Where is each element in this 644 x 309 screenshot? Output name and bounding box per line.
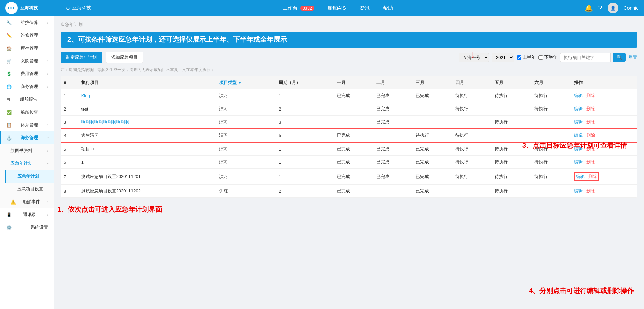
avatar: 👤 <box>608 3 618 13</box>
nav-workbench[interactable]: 工作台 3332 <box>283 5 314 11</box>
cell-period: 1 <box>276 156 334 169</box>
breadcrumb-current: 应急年计划 <box>61 22 83 28</box>
second-half-checkbox-label[interactable]: 下半年 <box>538 54 557 60</box>
cell-id: 2 <box>61 102 79 116</box>
cell-name[interactable]: 项目++ <box>79 142 217 156</box>
sidebar-item-annual-plan[interactable]: 应急年计划 <box>5 170 54 183</box>
sidebar-item-emergency-plan[interactable]: 应急年计划 › <box>0 157 54 170</box>
sidebar-item-ship-report[interactable]: ⊞ 船舶报告 › <box>0 93 54 106</box>
purchase-icon: 🛒 <box>6 59 12 64</box>
delete-button[interactable]: 删除 <box>586 188 595 193</box>
cell-jun: 待执行 <box>532 102 571 116</box>
delete-button[interactable]: 删除 <box>586 133 595 138</box>
delete-button[interactable]: 删除 <box>586 159 595 164</box>
sidebar-item-business[interactable]: 🌐 商务管理 › <box>0 80 54 93</box>
sidebar-item-charts[interactable]: 航图书资料 › <box>0 144 54 157</box>
edit-button[interactable]: 编辑 <box>574 93 583 98</box>
main-content: 应急年计划 2、可按条件筛选应急年计划，还可选择仅展示上半年、下半年或全年展示 … <box>54 16 644 309</box>
cell-period: 1 <box>276 89 334 102</box>
cell-apr: 待执行 <box>452 89 492 102</box>
sidebar-item-system-settings[interactable]: ⚙️ 系统设置 <box>0 221 54 234</box>
sidebar-item-ship-event[interactable]: ⚠️ 船舶事件 › <box>0 195 54 208</box>
edit-button[interactable]: 编辑 <box>574 159 583 164</box>
edit-button[interactable]: 编辑 <box>574 106 583 111</box>
edit-button[interactable]: 编辑 <box>574 133 583 138</box>
sidebar-item-expense[interactable]: 💲 费用管理 › <box>0 67 54 80</box>
col-action: 操作 <box>571 76 637 89</box>
sidebar-item-system-mgmt[interactable]: 📋 体系管理 › <box>0 119 54 131</box>
question-icon[interactable]: ? <box>598 4 602 12</box>
edit-button[interactable]: 编辑 <box>574 119 583 124</box>
cell-jan <box>334 116 374 129</box>
cell-period: 2 <box>276 102 334 116</box>
reset-link[interactable]: 重置 <box>628 54 637 60</box>
cell-name[interactable]: 测试应急项目设置2020111201 <box>79 169 217 185</box>
toolbar: 制定应急年计划 添加应急项目 互海一号互海二号 2019202020212022… <box>61 52 637 63</box>
cell-name[interactable]: test <box>79 102 217 116</box>
col-type[interactable]: 项目类型 ▼ <box>216 76 276 89</box>
nav-help[interactable]: 帮助 <box>383 5 393 11</box>
cell-name[interactable]: 1 <box>79 156 217 169</box>
cell-jun <box>532 129 571 142</box>
cell-name[interactable]: 逃生演习 <box>79 129 217 142</box>
notification-icon[interactable]: 🔔 <box>585 4 593 12</box>
col-apr: 四月 <box>452 76 492 89</box>
delete-button[interactable]: 删除 <box>586 119 595 124</box>
sidebar-item-inventory[interactable]: 🏠 库存管理 › <box>0 42 54 55</box>
cell-type: 演习 <box>216 142 276 156</box>
sidebar-item-repair[interactable]: ✏️ 维修管理 › <box>0 29 54 42</box>
cell-name[interactable]: King <box>79 89 217 102</box>
cell-type: 演习 <box>216 129 276 142</box>
cell-may: 待执行 <box>492 185 531 198</box>
toolbar-left: 制定应急年计划 添加应急项目 <box>61 52 143 63</box>
cell-name[interactable]: 啊啊啊啊啊啊啊啊啊啊啊 <box>79 116 217 129</box>
delete-button[interactable]: 删除 <box>586 146 595 151</box>
edit-button[interactable]: 编辑 <box>574 146 583 151</box>
nav-ais[interactable]: 船舶AIS <box>328 5 346 11</box>
cell-name[interactable]: 测试应急项目设置2020111202 <box>79 185 217 198</box>
cell-jun <box>532 116 571 129</box>
add-project-button[interactable]: 添加应急项目 <box>106 52 143 63</box>
sidebar-item-ship-inspection[interactable]: ✅ 船舶检查 › <box>0 106 54 119</box>
sidebar-label-emergency-plan: 应急年计划 <box>10 160 32 166</box>
logo-text: 互海科技 <box>20 5 38 11</box>
first-half-checkbox[interactable] <box>517 55 521 60</box>
first-half-checkbox-label[interactable]: 上半年 <box>517 54 536 60</box>
cell-jun: 待执行 <box>532 156 571 169</box>
nav-center: 工作台 3332 船舶AIS 资讯 帮助 <box>91 5 585 11</box>
sidebar-label-marine: 海务管理 <box>21 135 38 141</box>
cell-type: 演习 <box>216 169 276 185</box>
sidebar-item-purchase[interactable]: 🛒 采购管理 › <box>0 55 54 67</box>
nav-news[interactable]: 资讯 <box>359 5 370 11</box>
sidebar-item-contacts[interactable]: 📱 通讯录 › <box>0 208 54 221</box>
table-row: 7 测试应急项目设置2020111201 演习 1 已完成 已完成 已完成 待执… <box>61 169 637 185</box>
contacts-icon: 📱 <box>6 212 12 217</box>
cell-may: 待执行 <box>492 169 531 185</box>
col-hash: # <box>61 76 79 89</box>
logo-area: OLT 互海科技 <box>5 2 59 14</box>
toolbar-right: 互海一号互海二号 2019202020212022 上半年 下半年 🔍 重置 <box>459 53 637 62</box>
col-project: 执行项目 <box>79 76 217 89</box>
create-plan-button[interactable]: 制定应急年计划 <box>61 52 102 63</box>
delete-button[interactable]: 删除 <box>586 93 595 98</box>
delete-button[interactable]: 删除 <box>586 106 595 111</box>
cell-jan: 已完成 <box>334 89 374 102</box>
sidebar-item-maintenance[interactable]: 🔧 维护保养 › <box>0 16 54 29</box>
delete-button-highlighted[interactable]: 删除 <box>588 174 597 179</box>
nav-badge: 3332 <box>300 6 314 11</box>
edit-button-highlighted[interactable]: 编辑 <box>576 174 585 179</box>
brand-area: ⊙ 互海科技 <box>66 5 91 11</box>
sidebar-label-expense: 费用管理 <box>21 71 38 77</box>
sidebar-item-project-settings[interactable]: 应急项目设置 <box>5 183 54 195</box>
year-filter-select[interactable]: 2019202020212022 <box>492 53 514 62</box>
arrow-icon: › <box>47 21 48 25</box>
ship-filter-select[interactable]: 互海一号互海二号 <box>459 53 489 62</box>
cell-jan: 已完成 <box>334 156 374 169</box>
second-half-checkbox[interactable] <box>538 55 543 60</box>
edit-button[interactable]: 编辑 <box>574 188 583 193</box>
logo-abbr: OLT <box>8 6 14 10</box>
cell-period: 2 <box>276 185 334 198</box>
sidebar-item-marine[interactable]: ⚓ 海务管理 › <box>0 131 54 144</box>
search-button[interactable]: 🔍 <box>613 53 626 62</box>
search-input[interactable] <box>560 53 611 62</box>
